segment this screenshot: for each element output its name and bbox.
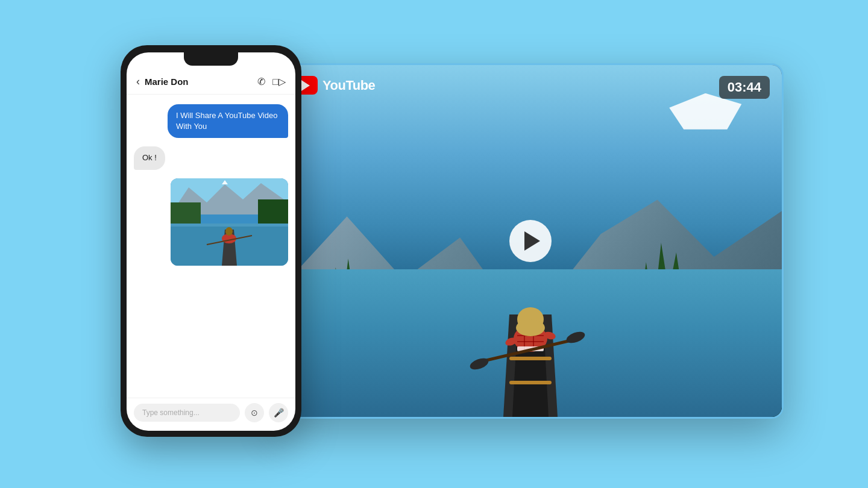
svg-point-27 [468, 356, 490, 372]
video-main-area: YouTube 03:44 [279, 65, 782, 417]
phone-mockup: ‹ Marie Don ✆ □▷ I Will Share A YouTube … [121, 45, 301, 437]
mic-icon-button[interactable]: 🎤 [269, 403, 288, 422]
shared-video-thumbnail[interactable] [171, 178, 288, 266]
phone-call-icon[interactable]: ✆ [257, 76, 265, 87]
youtube-video-card[interactable]: YouTube 03:44 [277, 63, 784, 419]
contact-name: Marie Don [145, 77, 253, 87]
camera-icon-button[interactable]: ⊙ [245, 403, 264, 422]
video-call-icon[interactable]: □▷ [272, 76, 286, 87]
youtube-logo: YouTube [291, 76, 375, 95]
received-message-bubble: Ok ! [134, 146, 165, 169]
canoe-scene-svg [446, 236, 615, 417]
thumbnail-scene [171, 178, 288, 266]
svg-rect-5 [171, 224, 288, 227]
phone-screen: ‹ Marie Don ✆ □▷ I Will Share A YouTube … [127, 52, 295, 431]
play-button[interactable] [509, 220, 552, 262]
chat-area: I Will Share A YouTube Video With You Ok… [127, 95, 295, 398]
phone-notch [184, 52, 238, 66]
svg-point-23 [516, 319, 545, 336]
phone-bottom-bar: Type something... ⊙ 🎤 [127, 398, 295, 431]
youtube-text: YouTube [322, 78, 375, 93]
video-timer: 03:44 [719, 76, 770, 99]
header-icons: ✆ □▷ [257, 76, 286, 87]
sent-message-bubble: I Will Share A YouTube Video With You [168, 104, 288, 138]
svg-rect-14 [509, 381, 552, 384]
svg-rect-13 [509, 357, 552, 360]
scene: ‹ Marie Don ✆ □▷ I Will Share A YouTube … [72, 27, 796, 461]
svg-point-8 [225, 227, 233, 236]
svg-point-28 [565, 330, 587, 345]
message-input[interactable]: Type something... [134, 404, 240, 422]
back-button[interactable]: ‹ [136, 75, 140, 88]
